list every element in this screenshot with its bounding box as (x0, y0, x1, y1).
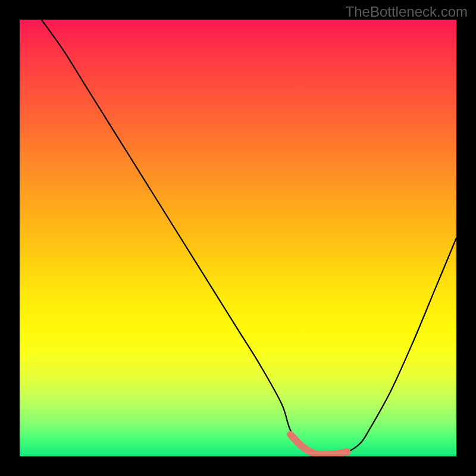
chart-curve-highlight (290, 434, 347, 455)
chart-curve-main (42, 20, 456, 455)
chart-svg (20, 20, 456, 456)
chart-plot-area (20, 20, 456, 456)
watermark-label: TheBottleneck.com (346, 4, 468, 20)
